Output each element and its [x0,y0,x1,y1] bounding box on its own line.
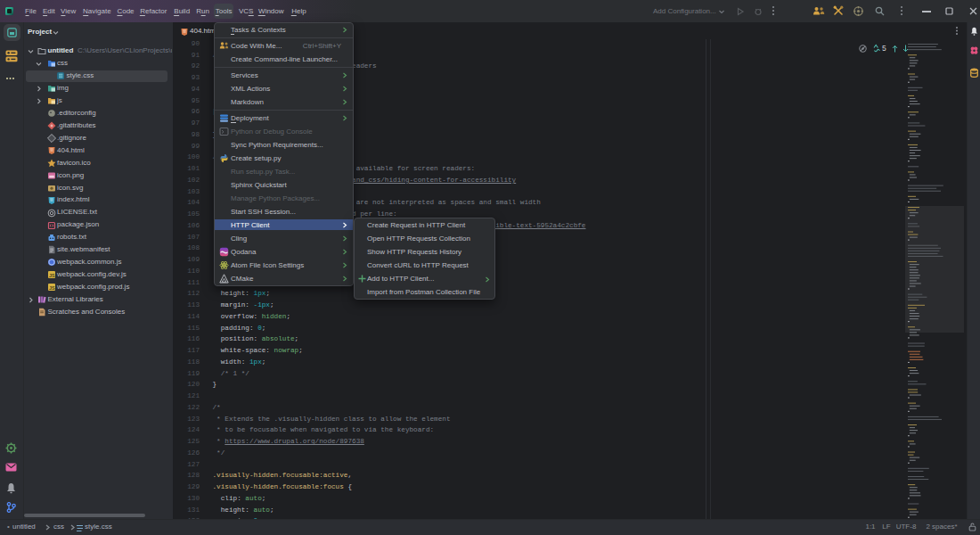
svg-text:JS: JS [49,285,55,291]
svg-text:JS: JS [49,273,55,278]
